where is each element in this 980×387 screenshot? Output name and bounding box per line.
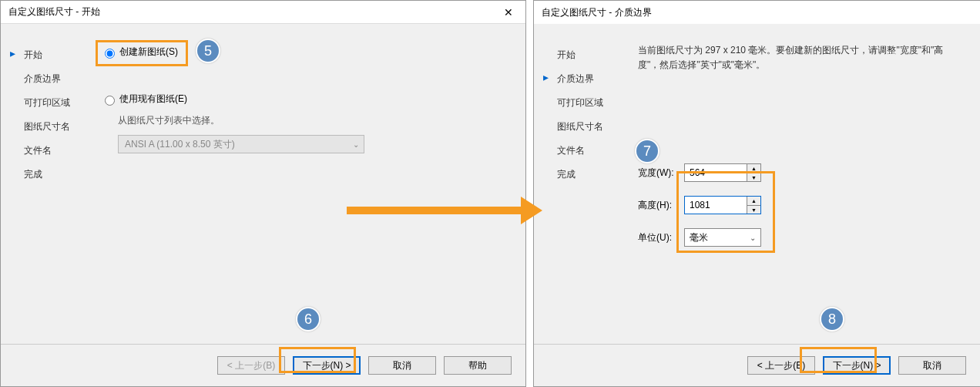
sidebar-item-printable[interactable]: 可打印区域 (15, 91, 84, 115)
back-button[interactable]: < 上一步(B) (747, 356, 815, 375)
content-area: 当前图纸尺寸为 297 x 210 毫米。要创建新的图纸尺寸，请调整"宽度"和"… (638, 43, 965, 261)
sidebar-item-name[interactable]: 图纸尺寸名 (548, 115, 617, 139)
unit-select[interactable]: 毫米 ⌄ (684, 228, 761, 247)
up-arrow-icon[interactable]: ▲ (747, 197, 760, 206)
sidebar-item-media[interactable]: 介质边界 (548, 67, 617, 91)
back-button: < 上一步(B) (217, 356, 285, 375)
paper-size-select[interactable]: ANSI A (11.00 x 8.50 英寸) ⌄ (118, 135, 364, 153)
sidebar-item-start[interactable]: 开始 (548, 43, 617, 67)
width-input[interactable] (685, 164, 747, 181)
radio-use-existing-input[interactable] (105, 96, 115, 106)
arrow-annotation (347, 207, 524, 214)
radio-create-new[interactable]: 创建新图纸(S) (101, 43, 510, 61)
titlebar: 自定义图纸尺寸 - 介质边界 (534, 1, 980, 24)
title-text: 自定义图纸尺寸 - 介质边界 (542, 6, 652, 19)
dialog-start: 自定义图纸尺寸 - 开始 ✕ 开始 介质边界 可打印区域 图纸尺寸名 文件名 完… (0, 0, 526, 387)
height-input[interactable] (685, 197, 747, 214)
radio-create-new-input[interactable] (105, 49, 115, 59)
sidebar-item-finish[interactable]: 完成 (15, 163, 84, 187)
wizard-sidebar: 开始 介质边界 可打印区域 图纸尺寸名 文件名 完成 (548, 43, 617, 187)
footer: < 上一步(B) 下一步(N) > 取消 帮助 (1, 344, 525, 386)
cancel-button[interactable]: 取消 (368, 356, 436, 375)
instruction-text: 当前图纸尺寸为 297 x 210 毫米。要创建新的图纸尺寸，请调整"宽度"和"… (638, 43, 965, 72)
title-text: 自定义图纸尺寸 - 开始 (8, 5, 100, 19)
width-row: 宽度(W): ▲▼ (638, 163, 965, 182)
cancel-button[interactable]: 取消 (898, 356, 966, 375)
close-icon: ✕ (504, 6, 513, 19)
paper-size-value: ANSI A (11.00 x 8.50 英寸) (125, 138, 235, 151)
sidebar-item-printable[interactable]: 可打印区域 (548, 91, 617, 115)
footer: < 上一步(B) 下一步(N) > 取消 (534, 344, 980, 386)
content-area: 创建新图纸(S) 使用现有图纸(E) 从图纸尺寸列表中选择。 ANSI A (1… (101, 43, 510, 153)
dialog-media-bounds: 自定义图纸尺寸 - 介质边界 开始 介质边界 可打印区域 图纸尺寸名 文件名 完… (533, 0, 980, 387)
unit-row: 单位(U): 毫米 ⌄ (638, 228, 965, 247)
down-arrow-icon[interactable]: ▼ (747, 173, 760, 182)
down-arrow-icon[interactable]: ▼ (747, 206, 760, 214)
chevron-down-icon: ⌄ (750, 234, 756, 242)
next-button[interactable]: 下一步(N) > (293, 356, 361, 375)
width-spinner[interactable]: ▲▼ (684, 163, 761, 182)
next-button[interactable]: 下一步(N) > (823, 356, 891, 375)
spinner-buttons[interactable]: ▲▼ (747, 164, 760, 181)
unit-value: 毫米 (690, 231, 708, 244)
help-text: 从图纸尺寸列表中选择。 (101, 113, 510, 135)
sidebar-item-start[interactable]: 开始 (15, 43, 84, 67)
arrow-head-icon (521, 197, 542, 224)
wizard-sidebar: 开始 介质边界 可打印区域 图纸尺寸名 文件名 完成 (15, 43, 84, 187)
sidebar-item-finish[interactable]: 完成 (548, 163, 617, 187)
radio-use-existing[interactable]: 使用现有图纸(E) (101, 90, 510, 108)
sidebar-item-media[interactable]: 介质边界 (15, 67, 84, 91)
spinner-buttons[interactable]: ▲▼ (747, 197, 760, 214)
height-row: 高度(H): ▲▼ (638, 196, 965, 214)
chevron-down-icon: ⌄ (353, 140, 359, 149)
radio-use-existing-label: 使用现有图纸(E) (119, 93, 187, 106)
unit-label: 单位(U): (638, 231, 684, 244)
sidebar-item-name[interactable]: 图纸尺寸名 (15, 115, 84, 139)
help-button[interactable]: 帮助 (444, 356, 512, 375)
close-button[interactable]: ✕ (491, 1, 525, 24)
up-arrow-icon[interactable]: ▲ (747, 164, 760, 173)
radio-create-new-label: 创建新图纸(S) (119, 45, 178, 59)
height-spinner[interactable]: ▲▼ (684, 196, 761, 214)
titlebar: 自定义图纸尺寸 - 开始 ✕ (1, 1, 525, 24)
sidebar-item-filename[interactable]: 文件名 (15, 139, 84, 163)
sidebar-item-filename[interactable]: 文件名 (548, 139, 617, 163)
width-label: 宽度(W): (638, 167, 684, 180)
height-label: 高度(H): (638, 199, 684, 212)
